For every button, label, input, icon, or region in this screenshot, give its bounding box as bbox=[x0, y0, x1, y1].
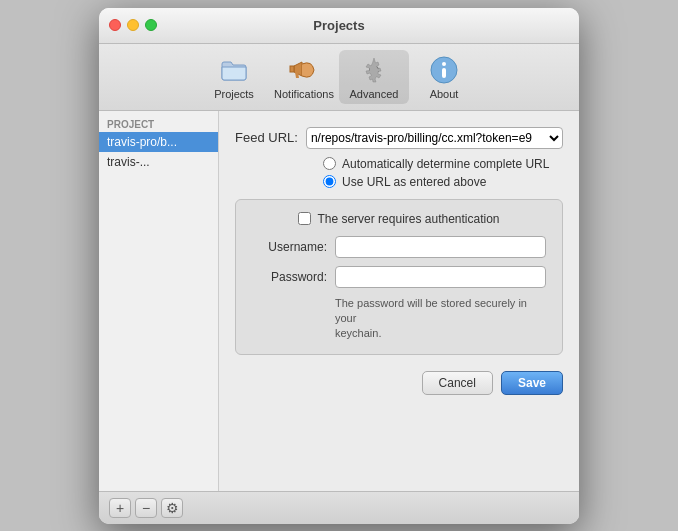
feed-url-row: Feed URL: n/repos/travis-pro/billing/cc.… bbox=[235, 127, 563, 149]
close-button[interactable] bbox=[109, 19, 121, 31]
info-icon bbox=[428, 54, 460, 86]
main-content: Project travis-pro/b... travis-... Feed … bbox=[99, 111, 579, 491]
sidebar-header: Project bbox=[99, 115, 218, 132]
toolbar-item-advanced[interactable]: Advanced bbox=[339, 50, 409, 104]
username-input[interactable] bbox=[335, 236, 546, 258]
username-label: Username: bbox=[252, 240, 327, 254]
svg-point-4 bbox=[442, 62, 446, 66]
bottom-bar: + − ⚙ bbox=[99, 491, 579, 524]
password-row: Password: bbox=[252, 266, 546, 288]
toolbar-about-label: About bbox=[430, 88, 459, 100]
radio-auto-label[interactable]: Automatically determine complete URL bbox=[342, 157, 549, 171]
maximize-button[interactable] bbox=[145, 19, 157, 31]
main-window: Projects Projects Notifications bbox=[99, 8, 579, 524]
svg-rect-5 bbox=[442, 68, 446, 78]
remove-button[interactable]: − bbox=[135, 498, 157, 518]
sidebar: Project travis-pro/b... travis-... bbox=[99, 111, 219, 491]
button-row: Cancel Save bbox=[235, 371, 563, 395]
password-input[interactable] bbox=[335, 266, 546, 288]
auth-checkbox-label[interactable]: The server requires authentication bbox=[317, 212, 499, 226]
radio-group: Automatically determine complete URL Use… bbox=[323, 157, 563, 189]
toolbar-item-about[interactable]: About bbox=[409, 50, 479, 104]
radio-use-label[interactable]: Use URL as entered above bbox=[342, 175, 486, 189]
auth-box: The server requires authentication Usern… bbox=[235, 199, 563, 355]
password-label: Password: bbox=[252, 270, 327, 284]
sidebar-item-2[interactable]: travis-... bbox=[99, 152, 218, 172]
radio-use-as-entered[interactable] bbox=[323, 175, 336, 188]
toolbar-item-notifications[interactable]: Notifications bbox=[269, 50, 339, 104]
gear-button[interactable]: ⚙ bbox=[161, 498, 183, 518]
keychain-note: The password will be stored securely in … bbox=[335, 296, 546, 342]
minimize-button[interactable] bbox=[127, 19, 139, 31]
save-button[interactable]: Save bbox=[501, 371, 563, 395]
toolbar-projects-label: Projects bbox=[214, 88, 254, 100]
toolbar-notifications-label: Notifications bbox=[274, 88, 334, 100]
titlebar: Projects bbox=[99, 8, 579, 44]
radio-auto-row: Automatically determine complete URL bbox=[323, 157, 563, 171]
cancel-button[interactable]: Cancel bbox=[422, 371, 493, 395]
gear-icon bbox=[358, 54, 390, 86]
detail-panel: Feed URL: n/repos/travis-pro/billing/cc.… bbox=[219, 111, 579, 491]
toolbar-advanced-label: Advanced bbox=[350, 88, 399, 100]
radio-auto[interactable] bbox=[323, 157, 336, 170]
username-row: Username: bbox=[252, 236, 546, 258]
megaphone-icon bbox=[288, 54, 320, 86]
feed-url-label: Feed URL: bbox=[235, 130, 298, 145]
auth-checkbox-row: The server requires authentication bbox=[252, 212, 546, 226]
add-button[interactable]: + bbox=[109, 498, 131, 518]
traffic-lights bbox=[109, 19, 157, 31]
radio-use-row: Use URL as entered above bbox=[323, 175, 563, 189]
sidebar-item-1[interactable]: travis-pro/b... bbox=[99, 132, 218, 152]
folder-icon bbox=[218, 54, 250, 86]
toolbar-item-projects[interactable]: Projects bbox=[199, 50, 269, 104]
toolbar: Projects Notifications Advanced bbox=[99, 44, 579, 111]
window-title: Projects bbox=[313, 18, 364, 33]
auth-checkbox[interactable] bbox=[298, 212, 311, 225]
feed-url-select[interactable]: n/repos/travis-pro/billing/cc.xml?token=… bbox=[306, 127, 563, 149]
svg-rect-1 bbox=[290, 66, 294, 72]
